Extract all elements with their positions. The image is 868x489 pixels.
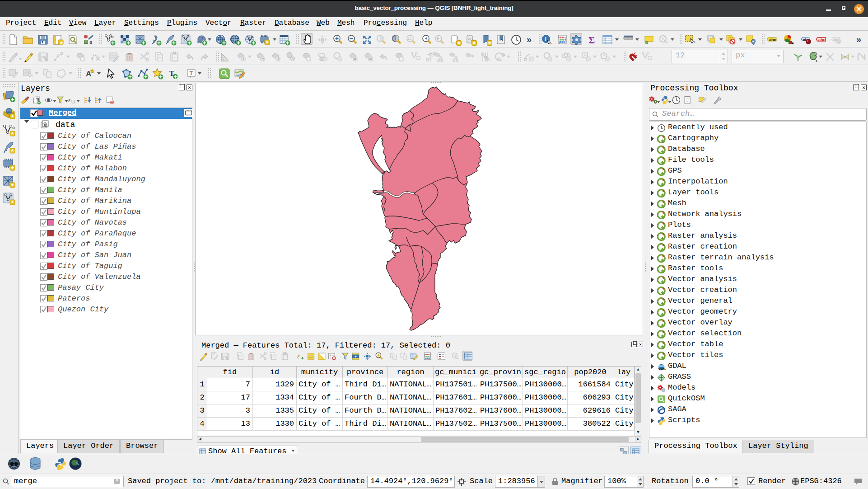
svg-text:Σ: Σ <box>588 34 595 46</box>
svg-text:»: » <box>527 34 532 44</box>
svg-text:ε: ε <box>68 97 71 103</box>
svg-text:abc: abc <box>818 38 826 42</box>
svg-text:T: T <box>190 70 193 76</box>
svg-text:abc: abc <box>769 38 776 42</box>
svg-text:1:1: 1:1 <box>407 37 412 40</box>
svg-text:ε: ε <box>297 353 300 360</box>
svg-text:GDAL: GDAL <box>658 367 666 370</box>
svg-text:a: a <box>89 39 93 45</box>
svg-text:»: » <box>856 34 861 44</box>
